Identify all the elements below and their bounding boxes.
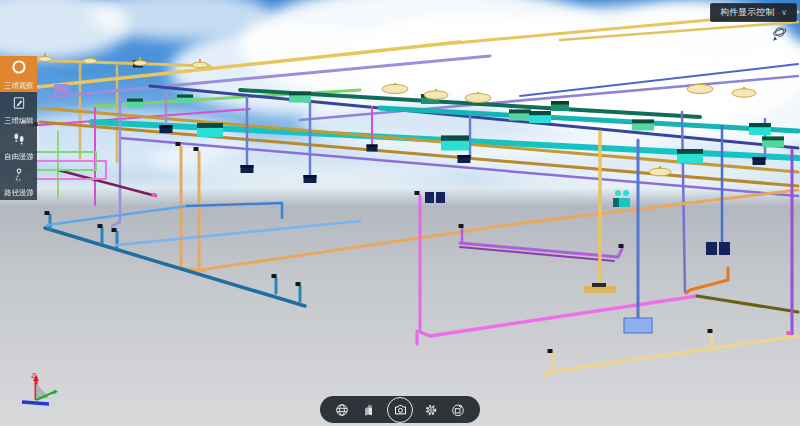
axis-gizmo: Z (16, 368, 62, 418)
tool-sidebar: 三维观察三维编辑自由漫游路径漫游 (0, 56, 37, 200)
sidebar-item-free-roam[interactable]: 自由漫游 (0, 128, 37, 164)
sidebar-item-label: 自由漫游 (4, 153, 33, 160)
component-display-control-label: 构件显示控制 (720, 6, 774, 19)
sidebar-item-label: 三维观察 (4, 82, 33, 89)
globe-icon (334, 402, 350, 418)
component-display-control-button[interactable]: 构件显示控制 ∨ (710, 3, 797, 22)
footprints-icon (11, 131, 27, 151)
sidebar-item-label: 三维编辑 (4, 117, 33, 124)
export-model-button[interactable] (449, 401, 467, 419)
3d-viewport[interactable] (0, 0, 800, 426)
sidebar-item-path-roam[interactable]: 路径漫游 (0, 164, 37, 200)
bottom-toolbar (320, 396, 480, 423)
y-axis-arrow (54, 390, 59, 395)
path-pin-icon (11, 167, 27, 187)
gear-icon (423, 402, 439, 418)
camera-icon (393, 402, 408, 417)
edit-board-icon (11, 95, 27, 115)
chevron-down-icon: ∨ (781, 8, 787, 17)
globe-button[interactable] (333, 401, 351, 419)
circle-ring-icon (10, 58, 28, 80)
orbit-cursor-icon[interactable] (770, 25, 788, 43)
sidebar-item-label: 路径漫游 (4, 189, 33, 196)
building-button[interactable] (360, 401, 378, 419)
sidebar-item-edit-3d[interactable]: 三维编辑 (0, 92, 37, 128)
export-model-icon (450, 402, 466, 418)
viewer-window: 三维观察三维编辑自由漫游路径漫游 构件显示控制 ∨ Z (0, 0, 800, 426)
gear-button[interactable] (422, 401, 440, 419)
camera-button[interactable] (387, 397, 413, 423)
x-axis (22, 402, 49, 404)
sidebar-item-view-3d[interactable]: 三维观察 (0, 56, 37, 92)
building-icon (362, 402, 377, 417)
